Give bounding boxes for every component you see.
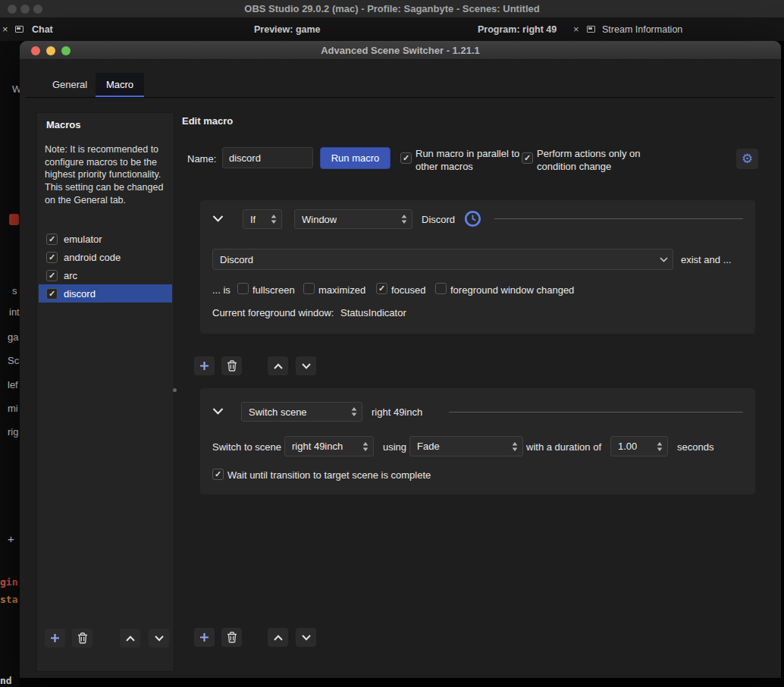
- select-arrows-icon: [271, 215, 277, 224]
- chat-dock-title: Chat: [32, 24, 53, 35]
- current-window-value: StatusIndicator: [340, 307, 406, 318]
- add-action-button[interactable]: [194, 628, 215, 647]
- chevron-down-icon: [212, 215, 224, 222]
- current-window-label: Current foreground window:: [212, 307, 334, 318]
- macro-settings-button[interactable]: ⚙: [736, 149, 758, 169]
- remove-condition-button[interactable]: [221, 356, 242, 375]
- chevron-up-icon: [126, 635, 135, 642]
- add-condition-button[interactable]: [194, 356, 215, 375]
- macro-list-item[interactable]: ✓ emulator: [39, 230, 172, 248]
- plus-icon: [199, 361, 209, 371]
- action-collapse-button[interactable]: [208, 402, 227, 420]
- bg-fragment: W: [12, 83, 20, 95]
- chevron-up-icon: [274, 363, 283, 369]
- advanced-scene-switcher-window: Advanced Scene Switcher - 1.21.1 General…: [20, 41, 781, 678]
- macro-name-input[interactable]: [222, 147, 313, 168]
- fullscreen-checkbox[interactable]: [237, 283, 249, 294]
- condition-group: If Window Discord: [200, 200, 755, 334]
- macro-label: arc: [64, 270, 77, 281]
- macro-checkbox[interactable]: ✓: [46, 252, 58, 263]
- record-icon: [9, 214, 19, 225]
- os-window-title: OBS Studio 29.0.2 (mac) - Profile: Sagan…: [0, 0, 784, 18]
- bg-scene-fragment: rig: [8, 426, 18, 438]
- wait-transition-checkbox[interactable]: ✓: [212, 469, 224, 480]
- is-label: ... is: [212, 284, 230, 296]
- bg-terminal-fragment: gin: [0, 576, 17, 588]
- focused-checkbox[interactable]: ✓: [376, 283, 387, 294]
- select-arrows-icon: [362, 442, 368, 451]
- clock-icon: [464, 210, 481, 227]
- transition-select[interactable]: Fade: [409, 436, 523, 456]
- action-move-up-button[interactable]: [268, 628, 288, 647]
- program-dock-title: Program: right 49: [478, 24, 568, 35]
- chat-dock-popout-icon[interactable]: [15, 26, 24, 33]
- using-label: using: [383, 441, 406, 453]
- chevron-up-icon: [274, 635, 283, 641]
- select-arrows-icon: [512, 442, 518, 451]
- macro-label: emulator: [64, 234, 102, 245]
- condition-type-select[interactable]: Window: [294, 209, 412, 229]
- macros-note-line1: Note: It is recommended to configure mac…: [45, 143, 169, 181]
- window-title-combobox[interactable]: Discord: [212, 249, 673, 270]
- macros-panel-title: Macros: [46, 119, 81, 130]
- chevron-down-icon: [302, 363, 311, 369]
- macro-checkbox[interactable]: ✓: [46, 288, 58, 300]
- stream-info-dock-close-icon[interactable]: ×: [573, 24, 579, 35]
- condition-duration-clock-button[interactable]: [463, 209, 482, 228]
- condition-summary: Discord: [422, 214, 455, 225]
- macro-list-item-selected[interactable]: ✓ discord: [39, 284, 172, 303]
- maximized-checkbox[interactable]: [303, 283, 315, 294]
- trash-icon: [77, 632, 88, 644]
- remove-action-button[interactable]: [221, 628, 242, 647]
- plus-icon: [50, 633, 60, 643]
- screen: OBS Studio 29.0.2 (mac) - Profile: Sagan…: [0, 0, 784, 687]
- bg-terminal-fragment: nd: [0, 675, 12, 686]
- macro-checkbox[interactable]: ✓: [46, 270, 58, 281]
- macros-note-line2: This setting can be changed on the Gener…: [45, 181, 169, 206]
- chat-dock-close-icon[interactable]: ×: [2, 24, 8, 35]
- add-macro-button[interactable]: [45, 629, 65, 648]
- edit-macro-title: Edit macro: [182, 115, 233, 127]
- trash-icon: [227, 632, 237, 643]
- select-arrows-icon: [351, 407, 357, 416]
- condition-change-checkbox[interactable]: ✓: [522, 152, 533, 164]
- stream-info-dock-popout-icon[interactable]: [587, 26, 595, 33]
- condition-collapse-button[interactable]: [208, 209, 227, 227]
- macro-move-down-button[interactable]: [149, 629, 169, 648]
- splitter-handle[interactable]: [173, 388, 177, 392]
- macro-checkbox[interactable]: ✓: [46, 234, 58, 245]
- macro-list-item[interactable]: ✓ arc: [39, 266, 172, 284]
- action-summary: right 49inch: [372, 406, 422, 418]
- macro-list-item[interactable]: ✓ android code: [39, 248, 172, 266]
- condition-move-down-button[interactable]: [296, 356, 316, 375]
- macro-move-up-button[interactable]: [120, 629, 140, 648]
- bg-scene-fragment: Sc: [8, 355, 19, 366]
- bg-scene-fragment: ga: [8, 331, 18, 343]
- seconds-label: seconds: [677, 441, 713, 453]
- duration-spinbox[interactable]: 1.00: [610, 436, 668, 456]
- condition-logic-select[interactable]: If: [243, 209, 282, 229]
- wait-transition-label: Wait until transition to target scene is…: [227, 469, 431, 481]
- action-type-select[interactable]: Switch scene: [241, 402, 362, 422]
- run-macro-button[interactable]: Run macro: [320, 147, 390, 169]
- run-parallel-checkbox[interactable]: ✓: [400, 152, 412, 164]
- condition-move-up-button[interactable]: [268, 356, 288, 375]
- action-header-divider: [449, 412, 743, 413]
- bg-add-fragment: +: [8, 532, 14, 545]
- bg-terminal-fragment: sta: [0, 594, 17, 605]
- spinbox-arrows-icon[interactable]: [657, 442, 663, 451]
- action-move-down-button[interactable]: [296, 628, 316, 647]
- foreground-changed-label: foreground window changed: [450, 284, 574, 296]
- dialog-titlebar[interactable]: Advanced Scene Switcher - 1.21.1: [20, 41, 781, 60]
- foreground-changed-checkbox[interactable]: [435, 283, 447, 294]
- tab-divider: [26, 97, 775, 98]
- bg-scene-fragment: mi: [8, 403, 18, 414]
- remove-macro-button[interactable]: [72, 629, 93, 648]
- duration-label: with a duration of: [526, 441, 601, 453]
- chevron-down-icon: [155, 635, 164, 642]
- condition-change-label: Perform actions only on condition change: [537, 147, 641, 173]
- tab-general[interactable]: General: [45, 73, 94, 97]
- tab-macro[interactable]: Macro: [96, 73, 144, 97]
- scene-select[interactable]: right 49inch: [284, 436, 374, 456]
- bg-scene-fragment: lef: [8, 379, 18, 391]
